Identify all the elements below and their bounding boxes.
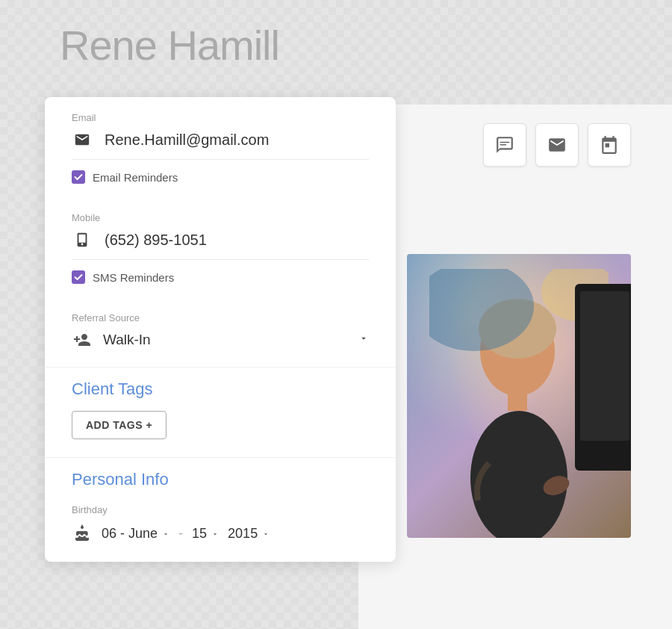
tablet-device	[571, 284, 631, 478]
chat-button[interactable]	[483, 123, 526, 167]
profile-photo	[407, 254, 631, 538]
birthday-day-value: 15	[192, 526, 207, 542]
birthday-label: Birthday	[72, 504, 369, 515]
email-button[interactable]	[535, 123, 579, 167]
email-reminder-label: Email Reminders	[93, 171, 178, 184]
mail-icon	[72, 129, 93, 150]
birthday-icon	[72, 523, 93, 544]
day-chevron-icon	[211, 526, 219, 542]
svg-rect-0	[500, 142, 510, 143]
client-info-card: Email Rene.Hamill@gmail.com Email Remind…	[45, 97, 396, 562]
email-section: Email Rene.Hamill@gmail.com Email Remind…	[45, 97, 396, 209]
email-icon	[547, 135, 567, 155]
chat-icon	[495, 135, 514, 155]
sms-reminder-label: SMS Reminders	[93, 271, 174, 284]
calendar-button[interactable]	[588, 123, 631, 167]
add-tags-button[interactable]: ADD TAGS +	[72, 411, 167, 439]
svg-rect-10	[580, 291, 629, 441]
mobile-section: Mobile (652) 895-1051 SMS Reminders	[45, 209, 396, 309]
svg-rect-1	[500, 144, 507, 146]
email-field-row: Rene.Hamill@gmail.com	[72, 129, 369, 160]
svg-point-2	[470, 411, 567, 538]
birthday-row: 06 - June - 15 2015	[72, 523, 369, 544]
referral-label: Referral Source	[72, 312, 369, 323]
client-tags-title: Client Tags	[45, 368, 396, 408]
referral-section: Referral Source Walk-In	[45, 309, 396, 367]
svg-rect-5	[508, 385, 527, 411]
page-title: Rene Hamill	[60, 21, 279, 69]
email-reminders-row[interactable]: Email Reminders	[72, 166, 369, 194]
email-reminder-checkbox[interactable]	[72, 170, 85, 184]
phone-icon	[72, 229, 93, 250]
birthday-day-select[interactable]: 15	[192, 526, 219, 542]
birthday-month-value: 06 - June	[102, 526, 158, 542]
mobile-field-row: (652) 895-1051	[72, 229, 369, 260]
year-chevron-icon	[262, 526, 270, 542]
mobile-label: Mobile	[72, 212, 369, 223]
personal-info-title: Personal Info	[45, 458, 396, 498]
birthday-year-select[interactable]: 2015	[228, 526, 270, 542]
calendar-icon	[600, 135, 619, 155]
sms-reminders-row[interactable]: SMS Reminders	[72, 266, 369, 294]
mobile-value: (652) 895-1051	[105, 232, 369, 249]
personal-info-section: Birthday 06 - June - 15 2015	[45, 498, 396, 544]
referral-source-icon	[72, 329, 93, 350]
month-chevron-icon	[162, 526, 169, 542]
sms-reminder-checkbox[interactable]	[72, 270, 85, 284]
action-icons-bar	[483, 123, 631, 167]
referral-chevron-icon	[358, 333, 369, 347]
birthday-month-select[interactable]: 06 - June	[102, 526, 169, 542]
email-value: Rene.Hamill@gmail.com	[105, 131, 369, 149]
birthday-separator-1: -	[178, 526, 183, 542]
birthday-year-value: 2015	[228, 526, 258, 542]
referral-value: Walk-In	[103, 332, 348, 348]
referral-select-row[interactable]: Walk-In	[72, 329, 369, 355]
email-label: Email	[72, 112, 369, 123]
